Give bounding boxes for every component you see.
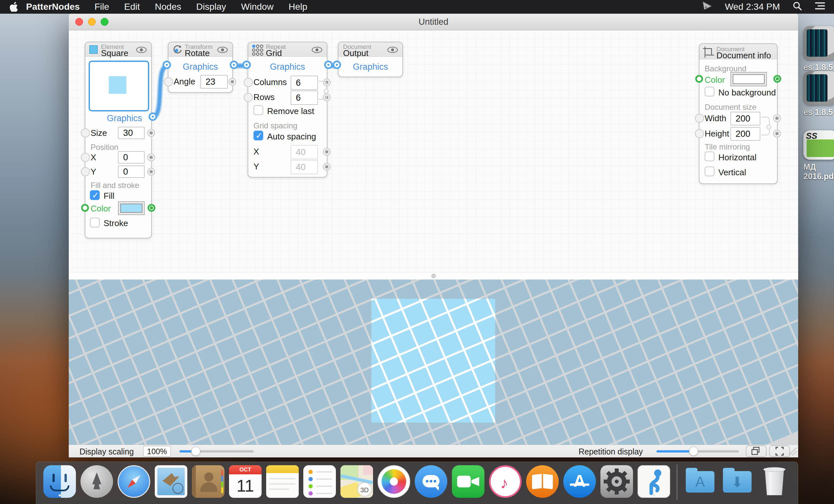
- width-field[interactable]: 200: [730, 112, 760, 126]
- repetition-display-slider[interactable]: [656, 450, 739, 453]
- color-input-port[interactable]: [81, 204, 89, 212]
- node-document-output[interactable]: Document Output Graphics: [338, 42, 403, 77]
- disk-image-icon[interactable]: [804, 26, 834, 60]
- dock-icon-photos[interactable]: [378, 465, 410, 498]
- dock-icon-patternodes[interactable]: [638, 465, 670, 498]
- dock-icon-notes[interactable]: [266, 465, 299, 498]
- slider-thumb[interactable]: [689, 447, 698, 456]
- dock-icon-itunes[interactable]: ♪: [489, 465, 522, 498]
- columns-input-port[interactable]: [244, 78, 253, 87]
- graphics-input-port[interactable]: [164, 62, 169, 67]
- graphics-input-port[interactable]: [334, 62, 339, 67]
- dock-icon-facetime[interactable]: [452, 465, 484, 498]
- menu-window[interactable]: Window: [234, 0, 281, 14]
- fill-checkbox[interactable]: [90, 190, 100, 200]
- columns-field[interactable]: 6: [291, 75, 318, 90]
- dock-icon-sysprefs[interactable]: [600, 465, 633, 498]
- spacing-x-field[interactable]: 40: [291, 145, 318, 159]
- flag-icon[interactable]: [701, 1, 712, 13]
- eye-icon[interactable]: [135, 46, 147, 55]
- angle-input-port[interactable]: [164, 77, 173, 86]
- angle-field[interactable]: 23: [200, 75, 228, 89]
- y-field[interactable]: 0: [118, 166, 145, 178]
- graphics-output-port[interactable]: [326, 62, 331, 67]
- dock-icon-reminders[interactable]: [303, 465, 336, 498]
- link-width-height-icon[interactable]: [761, 117, 770, 135]
- dock-icon-calendar[interactable]: OCT11: [229, 465, 262, 498]
- width-input-port[interactable]: [695, 114, 704, 123]
- downloads-folder-icon[interactable]: ⬇: [723, 471, 751, 492]
- dock-icon-contacts[interactable]: [192, 465, 224, 498]
- no-background-checkbox[interactable]: [705, 87, 715, 96]
- rows-field[interactable]: 6: [291, 91, 318, 105]
- pane-divider[interactable]: [69, 272, 798, 280]
- applications-folder-icon[interactable]: A: [686, 471, 715, 492]
- stroke-checkbox[interactable]: [90, 218, 100, 227]
- graphics-output-port[interactable]: [150, 114, 155, 119]
- spacing-y-output-port[interactable]: [323, 163, 331, 171]
- height-output-port[interactable]: [773, 130, 781, 137]
- dock-icon-safari[interactable]: [117, 465, 150, 498]
- notification-center-icon[interactable]: [814, 2, 826, 13]
- menu-display[interactable]: Display: [189, 0, 234, 14]
- dock-icon-mail[interactable]: [155, 465, 187, 498]
- tile-view-button[interactable]: [746, 445, 767, 457]
- y-output-port[interactable]: [147, 168, 155, 176]
- horizontal-checkbox[interactable]: [705, 152, 715, 161]
- background-color-well[interactable]: [730, 72, 767, 86]
- remove-last-checkbox[interactable]: [254, 105, 263, 115]
- eye-icon[interactable]: [387, 46, 398, 55]
- menu-help[interactable]: Help: [281, 0, 315, 14]
- menu-file[interactable]: File: [87, 0, 117, 14]
- node-document-info[interactable]: Document Document info Background Color …: [699, 43, 777, 184]
- x-field[interactable]: 0: [118, 151, 145, 163]
- desktop-icon[interactable]: es 1.8.5: [804, 26, 834, 72]
- spacing-y-field[interactable]: 40: [291, 160, 318, 174]
- apple-menu-icon[interactable]: [10, 2, 18, 12]
- title-bar[interactable]: Untitled: [69, 14, 798, 30]
- pattern-preview[interactable]: [69, 280, 798, 445]
- size-input-port[interactable]: [81, 128, 90, 137]
- size-field[interactable]: 30: [118, 127, 145, 139]
- y-input-port[interactable]: [81, 167, 90, 176]
- menu-edit[interactable]: Edit: [117, 0, 147, 14]
- dock-icon-ibooks[interactable]: [526, 465, 559, 498]
- node-canvas[interactable]: Element Square Graphics Size 30 Position…: [69, 30, 798, 272]
- color-output-port[interactable]: [148, 204, 155, 212]
- desktop-icon[interactable]: SSМД 2016.pdf: [804, 130, 834, 181]
- node-element-square[interactable]: Element Square Graphics Size 30 Position…: [85, 42, 152, 239]
- display-scaling-value[interactable]: 100%: [143, 446, 171, 457]
- menu-clock[interactable]: Wed 2:34 PM: [725, 2, 780, 12]
- eye-icon[interactable]: [311, 46, 323, 55]
- dock-icon-folder-downloads[interactable]: ⬇: [721, 465, 753, 498]
- desktop-icon[interactable]: es 1.8.5: [804, 71, 834, 117]
- dock-icon-messages[interactable]: [415, 465, 447, 498]
- size-output-port[interactable]: [147, 129, 155, 137]
- x-output-port[interactable]: [147, 153, 155, 161]
- spacing-x-output-port[interactable]: [323, 148, 331, 156]
- dock-icon-folder-applications[interactable]: A: [684, 465, 717, 498]
- graphics-input-port[interactable]: [244, 62, 249, 67]
- width-output-port[interactable]: [773, 114, 781, 122]
- slider-thumb[interactable]: [191, 447, 200, 456]
- background-color-output-port[interactable]: [773, 75, 781, 83]
- auto-spacing-checkbox[interactable]: [254, 131, 263, 140]
- pdf-file-icon[interactable]: SS: [804, 130, 834, 160]
- search-icon[interactable]: [792, 1, 802, 13]
- node-repeat-grid[interactable]: Repeat Grid Graphics Columns 6 Rows 6 Re…: [248, 42, 327, 178]
- fill-color-well[interactable]: [118, 201, 145, 215]
- x-input-port[interactable]: [81, 153, 90, 162]
- rows-input-port[interactable]: [244, 93, 253, 102]
- node-transform-rotate[interactable]: Transform Rotate Graphics Angle 23: [168, 42, 233, 93]
- vertical-checkbox[interactable]: [705, 167, 715, 176]
- angle-output-port[interactable]: [228, 78, 236, 86]
- dock-icon-maps[interactable]: 3D: [341, 465, 373, 498]
- divider-handle[interactable]: [431, 274, 436, 278]
- dock-icon-finder[interactable]: [43, 465, 76, 498]
- background-color-input-port[interactable]: [695, 75, 703, 83]
- link-columns-rows-icon[interactable]: [319, 81, 327, 100]
- element-preview[interactable]: [89, 61, 149, 111]
- height-input-port[interactable]: [695, 129, 704, 138]
- menu-nodes[interactable]: Nodes: [147, 0, 189, 14]
- graphics-output-port[interactable]: [231, 62, 237, 67]
